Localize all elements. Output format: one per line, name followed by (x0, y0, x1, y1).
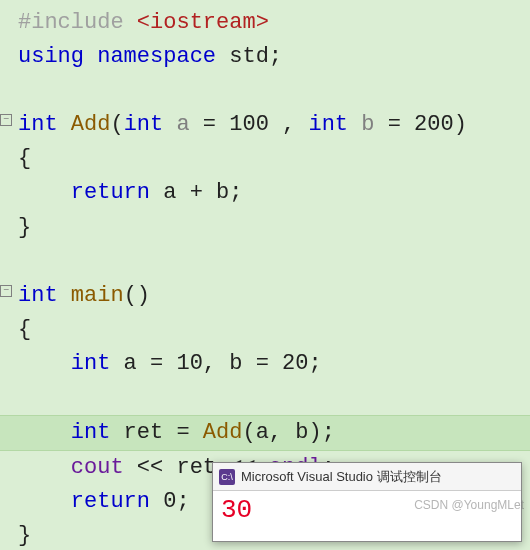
code-line[interactable]: { (18, 313, 530, 347)
keyword: using namespace (18, 44, 216, 69)
code-line[interactable]: −int Add(int a = 100 , int b = 200) (18, 108, 530, 142)
func-name: Add (71, 112, 111, 137)
code-line[interactable]: } (18, 211, 530, 245)
console-title-text: Microsoft Visual Studio 调试控制台 (241, 468, 442, 486)
type: int (18, 112, 58, 137)
console-titlebar[interactable]: C:\ Microsoft Visual Studio 调试控制台 (213, 463, 521, 491)
code-line[interactable]: return a + b; (18, 176, 530, 210)
code-line[interactable]: using namespace std; (18, 40, 530, 74)
watermark: CSDN @YoungMLet (414, 498, 524, 512)
preproc-directive: #include (18, 10, 124, 35)
code-line[interactable] (18, 74, 530, 108)
console-icon: C:\ (219, 469, 235, 485)
code-line[interactable]: int a = 10, b = 20; (18, 347, 530, 381)
include-path: <iostream> (137, 10, 269, 35)
code-line-active[interactable]: int ret = Add(a, b); (0, 415, 530, 451)
code-line[interactable]: { (18, 142, 530, 176)
fold-icon[interactable]: − (0, 114, 12, 126)
code-line[interactable]: #include <iostream> (18, 6, 530, 40)
code-line[interactable] (18, 381, 530, 415)
ident: std; (216, 44, 282, 69)
fold-icon[interactable]: − (0, 285, 12, 297)
code-line[interactable]: −int main() (18, 279, 530, 313)
code-line[interactable] (18, 245, 530, 279)
